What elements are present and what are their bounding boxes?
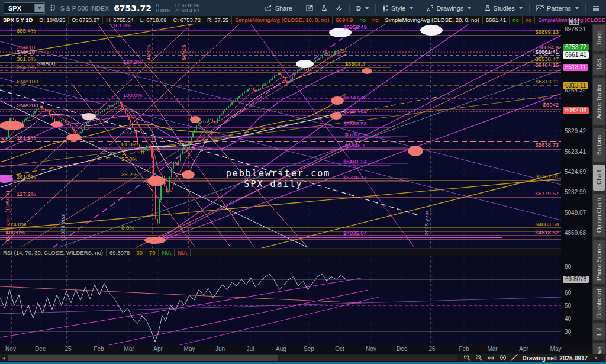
ohlc-cell: L: 6718.09 xyxy=(137,16,170,24)
month-label: Sep xyxy=(299,346,319,352)
price-callout: $5337.81 xyxy=(535,173,559,179)
ask-value: A: 6804.61 xyxy=(175,8,199,14)
flask-icon xyxy=(321,5,327,11)
fib-label: 50.0% xyxy=(121,156,137,162)
study-label[interactable]: SimpleMovingAvg (CLOSE, 20, 0, no) xyxy=(382,16,483,24)
rsi-axis-label: 80 xyxy=(565,263,571,270)
sidebar-tab-chart[interactable]: Chart xyxy=(593,165,605,191)
rsi-value-badge: 69.8078 xyxy=(563,276,589,283)
sidebar-tab-t-s[interactable]: T&S xyxy=(593,54,605,75)
symbol-dropdown-button[interactable] xyxy=(34,4,44,12)
month-label: Jun xyxy=(210,346,230,352)
drawings-menu[interactable]: Drawings xyxy=(424,4,474,13)
share-button[interactable]: Share xyxy=(262,4,295,13)
price-callout: $6313.11 xyxy=(536,78,559,85)
study-value: 6661.41 xyxy=(483,16,510,24)
timeframe-dropdown[interactable]: D xyxy=(353,4,372,13)
month-label: Aug xyxy=(271,346,291,352)
price-callout: $6661.41 xyxy=(535,49,559,55)
symbol-period: SPX 5 Y 1D xyxy=(0,16,36,24)
fib-label: 685.4% xyxy=(17,27,36,34)
style-menu[interactable]: Style xyxy=(379,4,416,13)
ellipse-marker xyxy=(190,116,201,123)
month-label: Nov xyxy=(1,346,21,352)
ellipse-marker xyxy=(0,121,24,130)
chart-data-row: SPX 5 Y 1D D: 10/8/25O: 6723.87H: 6755.6… xyxy=(0,16,606,24)
event-label: 2024 year xyxy=(59,213,66,238)
fib-label: 61.8% xyxy=(121,141,137,147)
sidebar-tab-l-2[interactable]: L 2 xyxy=(593,323,605,340)
price-callout: $6504.4 xyxy=(345,60,365,67)
price-callout: $5336.37 xyxy=(343,174,367,181)
month-label: Feb xyxy=(454,346,474,352)
sidebar-tab-phase-scores[interactable]: Phase Scores xyxy=(593,240,605,284)
month-label: Jul xyxy=(240,346,260,352)
fib-label: 127.2% xyxy=(123,59,143,65)
sidebar-tab-trade[interactable]: Trade xyxy=(593,25,605,51)
ellipse-marker xyxy=(66,134,82,141)
studies-menu[interactable]: Studies xyxy=(482,4,526,13)
price-axis[interactable]: 6978.316264.345829.425623.415424.695232.… xyxy=(561,24,592,345)
fib-label: SMA50 xyxy=(37,60,55,66)
axis-price-label: 5623.41 xyxy=(565,149,586,155)
scrollbar-handle[interactable] xyxy=(8,355,278,361)
patterns-menu[interactable]: Patterns xyxy=(533,4,582,13)
watermark-line1: pebblewriter.com xyxy=(226,168,331,179)
price-callout: $6958.49 xyxy=(343,24,367,30)
chart-scrollbar[interactable] xyxy=(8,355,459,362)
drawing-set-selector[interactable]: Drawing set: 2025-0917 xyxy=(523,355,588,362)
fib-label: 100.0% xyxy=(123,92,143,98)
sidebar-tab-active-trader[interactable]: Active Trader xyxy=(593,78,605,125)
study-label[interactable]: SimpleMovingAvg (CLOSE, 10, 0, no) xyxy=(232,16,333,24)
fib-label: 161.8% xyxy=(112,24,132,28)
ellipse-marker xyxy=(144,237,166,244)
price-callout: $5491.24 xyxy=(343,158,367,165)
change-percent: 0.00% xyxy=(156,8,170,14)
price-callout: $5646.1 xyxy=(345,142,365,149)
settings-button[interactable] xyxy=(333,4,346,13)
fib-label: 100.0% xyxy=(6,229,25,236)
fib-label: 161.8% xyxy=(17,134,36,141)
study-flag: no xyxy=(523,16,536,24)
fib-label: SMA100 xyxy=(17,78,38,85)
main-price-chart[interactable]: US Election (11/5/24)2024 year4/2/255/7/… xyxy=(0,24,561,248)
trading-app-window: SPX S & P 500 INDEX 6753.72 0 0.00% B: 6… xyxy=(0,0,606,364)
study-flag: no xyxy=(356,16,369,24)
month-label: Oct xyxy=(330,346,350,352)
ohlc-cell: H: 6755.64 xyxy=(103,16,137,24)
panel-grid-icon[interactable] xyxy=(569,18,579,26)
fib-label: 361.8% xyxy=(17,56,36,62)
ohlc-cell: R: 37.55 xyxy=(204,16,232,24)
ohlc-cell: C: 6753.72 xyxy=(170,16,204,24)
axis-price-badge: 6518.11 xyxy=(563,64,588,71)
month-label: 26 xyxy=(422,346,442,352)
price-callout: $6899.13 xyxy=(535,28,559,35)
analyze-button[interactable] xyxy=(318,4,330,12)
axis-price-label: 5048.07 xyxy=(565,210,586,216)
scroll-left-arrow[interactable]: ◂ xyxy=(0,355,8,361)
sidebar-tab-buttons[interactable]: Buttons xyxy=(593,128,605,162)
axis-price-label: 5232.99 xyxy=(565,189,586,195)
sidebar-tab-option-chain[interactable]: Option Chain xyxy=(593,194,605,237)
price-callout: $5179.57 xyxy=(535,190,559,197)
rsi-axis-label: 60 xyxy=(565,289,571,296)
month-label: Apr xyxy=(148,346,168,352)
notes-button[interactable] xyxy=(303,4,316,12)
change-stack: 0 0.00% xyxy=(156,3,170,14)
symbol-input[interactable]: SPX xyxy=(4,2,45,14)
menu-button[interactable] xyxy=(589,4,602,12)
fib-label: SMA200 xyxy=(17,102,38,108)
axis-price-badge: 6042.06 xyxy=(563,107,589,114)
link-charts-icon[interactable] xyxy=(50,4,56,13)
last-price: 6753.72 xyxy=(114,4,152,13)
rsi-subchart[interactable] xyxy=(0,256,561,345)
month-label: Dec xyxy=(392,346,412,352)
month-label: Dec xyxy=(30,346,50,352)
ellipse-marker xyxy=(420,25,443,36)
sidebar-tab-dashboard[interactable]: Dashboard xyxy=(593,287,605,320)
fib-label: 261.8% xyxy=(17,173,36,180)
ellipse-marker xyxy=(362,68,372,74)
fib-label: 127.2% xyxy=(17,191,36,197)
month-label: May xyxy=(546,346,566,352)
timeframe-label: D xyxy=(356,5,361,12)
